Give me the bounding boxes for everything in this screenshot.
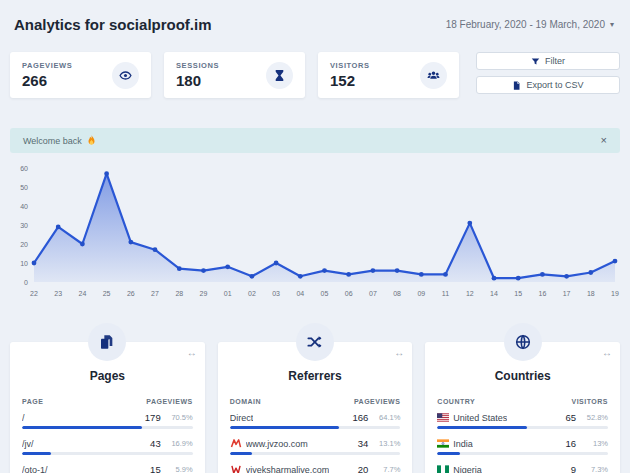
stat-label: PAGEVIEWS <box>22 61 72 70</box>
row-label[interactable]: / <box>22 413 133 423</box>
column-header: VISITORS <box>571 398 608 405</box>
stat-value: 180 <box>176 72 219 89</box>
row-label[interactable]: viveksharmalive.com <box>230 465 341 473</box>
svg-text:16: 16 <box>539 290 547 297</box>
row-label[interactable]: /jv/ <box>22 439 133 449</box>
svg-text:25: 25 <box>103 290 111 297</box>
countries-panel: ↔ Countries COUNTRY VISITORS United Stat… <box>425 342 620 473</box>
page-title: Analytics for socialproof.im <box>14 16 212 33</box>
row-percent: 52.8% <box>576 413 608 422</box>
row-percent: 7.7% <box>368 465 400 473</box>
welcome-banner-text: Welcome back <box>23 136 82 146</box>
filter-button-label: Filter <box>545 56 565 66</box>
stat-card-pageviews: PAGEVIEWS 266 <box>10 52 151 98</box>
flame-emoji-icon <box>87 135 96 146</box>
svg-text:27: 27 <box>151 290 159 297</box>
area-chart-svg[interactable]: 0102030405060222324252627282901020304050… <box>10 161 620 301</box>
filter-button[interactable]: Filter <box>476 52 620 70</box>
row-value: 65 <box>548 412 576 423</box>
row-percent: 13.1% <box>368 439 400 448</box>
export-csv-button-label: Export to CSV <box>526 80 583 90</box>
actions-column: Filter Export to CSV <box>476 52 620 98</box>
svg-text:22: 22 <box>30 290 38 297</box>
us-flag-icon <box>437 413 449 422</box>
stat-card-sessions: SESSIONS 180 <box>164 52 305 98</box>
jvzoo-favicon-icon <box>230 439 242 448</box>
svg-text:05: 05 <box>321 290 329 297</box>
expand-panel-icon[interactable]: ↔ <box>187 347 197 358</box>
traffic-chart[interactable]: 0102030405060222324252627282901020304050… <box>10 161 620 301</box>
row-value: 9 <box>548 464 576 473</box>
pages-panel: ↔ Pages PAGE PAGEVIEWS /17970.5%/jv/4316… <box>10 342 205 473</box>
row-label[interactable]: Nigeria <box>437 465 548 473</box>
row-value: 166 <box>340 412 368 423</box>
svg-text:18: 18 <box>587 290 595 297</box>
row-value: 16 <box>548 438 576 449</box>
table-row[interactable]: India1613% <box>437 438 608 455</box>
svg-text:08: 08 <box>393 290 401 297</box>
svg-text:0: 0 <box>24 279 28 286</box>
svg-text:03: 03 <box>272 290 280 297</box>
panel-title: Pages <box>10 369 205 383</box>
table-row[interactable]: /oto-1/155.9% <box>22 464 193 473</box>
table-row[interactable]: Direct16664.1% <box>230 412 401 429</box>
file-icon <box>512 81 521 90</box>
row-label[interactable]: www.jvzoo.com <box>230 439 341 449</box>
stat-card-visitors: VISITORS 152 <box>318 52 459 98</box>
svg-text:29: 29 <box>200 290 208 297</box>
close-icon[interactable]: × <box>601 135 607 146</box>
row-label[interactable]: India <box>437 439 548 449</box>
progress-bar <box>230 426 401 429</box>
svg-text:01: 01 <box>224 290 232 297</box>
svg-text:40: 40 <box>20 203 28 210</box>
row-label[interactable]: Direct <box>230 413 341 423</box>
row-value: 34 <box>340 438 368 449</box>
row-value: 179 <box>133 412 161 423</box>
export-csv-button[interactable]: Export to CSV <box>476 76 620 94</box>
svg-text:12: 12 <box>466 290 474 297</box>
table-row[interactable]: www.jvzoo.com3413.1% <box>230 438 401 455</box>
column-header: COUNTRY <box>437 398 475 405</box>
svg-text:26: 26 <box>127 290 135 297</box>
expand-panel-icon[interactable]: ↔ <box>602 347 612 358</box>
chevron-down-icon: ▾ <box>610 20 614 29</box>
stats-row: PAGEVIEWS 266 SESSIONS 180 VISITORS 152 … <box>0 52 630 98</box>
svg-text:60: 60 <box>20 165 28 172</box>
table-header: PAGE PAGEVIEWS <box>10 398 205 405</box>
eye-icon <box>112 62 139 89</box>
svg-text:14: 14 <box>490 290 498 297</box>
date-range-label: 18 February, 2020 - 19 March, 2020 <box>446 19 605 30</box>
row-label[interactable]: /oto-1/ <box>22 465 133 473</box>
svg-text:50: 50 <box>20 184 28 191</box>
table-rows: /17970.5%/jv/4316.9%/oto-1/155.9% <box>10 412 205 473</box>
svg-text:04: 04 <box>296 290 304 297</box>
svg-text:15: 15 <box>514 290 522 297</box>
table-row[interactable]: /jv/4316.9% <box>22 438 193 455</box>
row-percent: 13% <box>576 439 608 448</box>
svg-text:02: 02 <box>248 290 256 297</box>
svg-text:24: 24 <box>79 290 87 297</box>
column-header: DOMAIN <box>230 398 261 405</box>
svg-text:30: 30 <box>20 222 28 229</box>
date-range-selector[interactable]: 18 February, 2020 - 19 March, 2020 ▾ <box>446 19 614 30</box>
welcome-banner: Welcome back × <box>10 128 620 153</box>
row-percent: 7.3% <box>576 465 608 473</box>
table-row[interactable]: United States6552.8% <box>437 412 608 429</box>
table-rows: United States6552.8%India1613%Nigeria97.… <box>425 412 620 473</box>
svg-text:09: 09 <box>417 290 425 297</box>
expand-panel-icon[interactable]: ↔ <box>394 347 404 358</box>
svg-text:06: 06 <box>345 290 353 297</box>
table-row[interactable]: viveksharmalive.com207.7% <box>230 464 401 473</box>
table-row[interactable]: /17970.5% <box>22 412 193 429</box>
progress-bar <box>230 452 401 455</box>
svg-text:10: 10 <box>20 260 28 267</box>
vivek-favicon-icon <box>230 465 242 473</box>
india-flag-icon <box>437 439 449 448</box>
row-percent: 70.5% <box>161 413 193 422</box>
stat-value: 152 <box>330 72 370 89</box>
row-percent: 64.1% <box>368 413 400 422</box>
row-label[interactable]: United States <box>437 413 548 423</box>
table-row[interactable]: Nigeria97.3% <box>437 464 608 473</box>
funnel-icon <box>531 57 540 66</box>
stat-label: SESSIONS <box>176 61 219 70</box>
